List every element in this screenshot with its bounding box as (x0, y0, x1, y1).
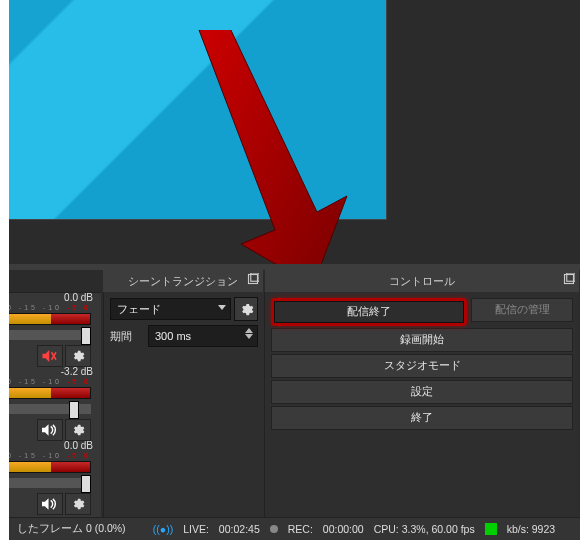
svg-rect-2 (565, 275, 574, 284)
db-value: -3.2 dB (61, 366, 93, 377)
db-value: 0.0 dB (64, 292, 93, 303)
transition-value: フェード (117, 303, 161, 315)
channel-settings-button[interactable] (65, 493, 91, 515)
manage-stream-button[interactable]: 配信の管理 (471, 298, 573, 322)
cpu-stat: CPU: 3.3%, 60.00 fps (374, 523, 475, 535)
highlight-box: 配信終了 (271, 298, 467, 326)
preview-canvas[interactable]: nk you! (9, 0, 387, 220)
chevron-down-icon (218, 305, 226, 310)
controls-panel: 配信終了 配信の管理 録画開始 スタジオモード 設定 終了 (265, 292, 579, 520)
mute-button[interactable] (37, 493, 63, 515)
stop-streaming-button[interactable]: 配信終了 (274, 301, 464, 323)
spinner-buttons[interactable] (245, 328, 255, 339)
exit-button[interactable]: 終了 (271, 406, 573, 430)
transition-select[interactable]: フェード (110, 298, 231, 320)
meter-ticks: -20 -15 -10 -5 0 (9, 452, 91, 459)
duration-input[interactable]: 300 ms (148, 325, 258, 347)
level-meter (9, 313, 91, 325)
level-meter (9, 387, 91, 399)
controls-header: コントロール (265, 270, 579, 293)
popout-icon[interactable] (247, 273, 259, 287)
controls-title: コントロール (389, 274, 455, 289)
rec-time: 00:00:00 (323, 523, 364, 535)
live-icon: ((●)) (153, 523, 173, 535)
live-label: LIVE: (183, 523, 209, 535)
mute-button[interactable] (37, 345, 63, 367)
transition-settings-button[interactable] (234, 297, 258, 321)
mixer-channel: 0.0 dB -20 -15 -10 -5 0 (9, 441, 99, 515)
volume-slider[interactable] (9, 330, 91, 340)
rec-indicator-icon (270, 525, 278, 533)
transitions-panel: フェード 期間 300 ms (103, 292, 265, 520)
mute-button[interactable] (37, 419, 63, 441)
svg-rect-0 (249, 275, 258, 284)
transitions-title: シーントランジション (128, 274, 238, 289)
meter-ticks: -20 -15 -10 -5 0 (9, 378, 91, 385)
volume-slider[interactable] (9, 478, 91, 488)
audio-mixer-panel: 0.0 dB -20 -15 -10 -5 0 -3.2 dB -20 -15 … (9, 292, 101, 521)
transitions-header: シーントランジション (103, 270, 263, 293)
status-bar: したフレーム 0 (0.0%) ((●)) LIVE: 00:02:45 REC… (9, 517, 580, 540)
mixer-channel: 0.0 dB -20 -15 -10 -5 0 (9, 293, 99, 367)
dropped-frames: したフレーム 0 (0.0%) (17, 522, 126, 536)
start-recording-button[interactable]: 録画開始 (271, 328, 573, 352)
meter-ticks: -20 -15 -10 -5 0 (9, 304, 91, 311)
channel-settings-button[interactable] (65, 345, 91, 367)
settings-button[interactable]: 設定 (271, 380, 573, 404)
popout-icon[interactable] (563, 273, 575, 287)
live-time: 00:02:45 (219, 523, 260, 535)
db-value: 0.0 dB (64, 440, 93, 451)
studio-mode-button[interactable]: スタジオモード (271, 354, 573, 378)
preview-area: nk you! (9, 0, 387, 220)
stream-health-icon (485, 523, 497, 535)
duration-value: 300 ms (155, 330, 191, 342)
duration-label: 期間 (110, 329, 142, 344)
level-meter (9, 461, 91, 473)
rec-label: REC: (288, 523, 313, 535)
volume-slider[interactable] (9, 404, 91, 414)
bitrate: kb/s: 9923 (507, 523, 555, 535)
mixer-channel: -3.2 dB -20 -15 -10 -5 0 (9, 367, 99, 441)
channel-settings-button[interactable] (65, 419, 91, 441)
